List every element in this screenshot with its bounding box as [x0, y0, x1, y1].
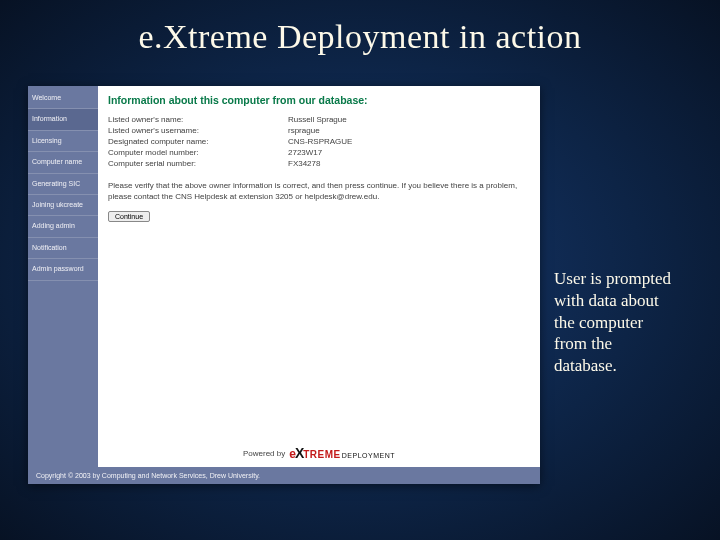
table-row: Listed owner's name: Russell Sprague [108, 114, 530, 125]
sidebar-item-label: Generating SIC [32, 180, 80, 187]
sidebar-item-information[interactable]: Information [28, 109, 98, 130]
sidebar-item-admin-password[interactable]: Admin password [28, 259, 98, 280]
footer: Copyright © 2003 by Computing and Networ… [28, 467, 540, 484]
sidebar-item-notification[interactable]: Notification [28, 238, 98, 259]
sidebar-item-label: Joining ukcreate [32, 201, 83, 208]
verify-text: Please verify that the above owner infor… [108, 181, 518, 203]
sidebar-item-generating-sic[interactable]: Generating SIC [28, 174, 98, 195]
table-row: Computer serial number: FX34278 [108, 158, 530, 169]
sidebar-item-label: Admin password [32, 265, 84, 272]
powered-by-label: Powered by [243, 449, 285, 458]
table-row: Listed owner's username: rsprague [108, 125, 530, 136]
row-label: Listed owner's username: [108, 125, 288, 136]
sidebar: Welcome Information Licensing Computer n… [28, 86, 98, 467]
sidebar-item-label: Welcome [32, 94, 61, 101]
sidebar-item-label: Notification [32, 244, 67, 251]
info-table: Listed owner's name: Russell Sprague Lis… [108, 114, 530, 169]
sidebar-item-label: Adding admin [32, 222, 75, 229]
row-value: rsprague [288, 125, 530, 136]
main-panel: Information about this computer from our… [98, 86, 540, 467]
logo-rest: TREME [303, 449, 341, 460]
sidebar-item-adding-admin[interactable]: Adding admin [28, 216, 98, 237]
row-label: Computer serial number: [108, 158, 288, 169]
row-value: FX34278 [288, 158, 530, 169]
continue-button[interactable]: Continue [108, 211, 150, 222]
main-heading: Information about this computer from our… [108, 94, 530, 106]
copyright-text: Copyright © 2003 by Computing and Networ… [36, 472, 260, 479]
powered-by-row: Powered by eXTREME DEPLOYMENT [108, 441, 530, 463]
row-value: 2723W17 [288, 147, 530, 158]
sidebar-item-welcome[interactable]: Welcome [28, 88, 98, 109]
extreme-deployment-logo: eXTREME DEPLOYMENT [289, 445, 395, 461]
row-label: Listed owner's name: [108, 114, 288, 125]
button-row: Continue [108, 211, 530, 222]
row-value: CNS-RSPRAGUE [288, 136, 530, 147]
table-row: Computer model number: 2723W17 [108, 147, 530, 158]
app-body: Welcome Information Licensing Computer n… [28, 86, 540, 467]
sidebar-item-label: Computer name [32, 158, 82, 165]
table-row: Designated computer name: CNS-RSPRAGUE [108, 136, 530, 147]
row-value: Russell Sprague [288, 114, 530, 125]
sidebar-item-label: Licensing [32, 137, 62, 144]
sidebar-item-joining[interactable]: Joining ukcreate [28, 195, 98, 216]
app-screenshot: Welcome Information Licensing Computer n… [28, 86, 540, 484]
slide-title: e.Xtreme Deployment in action [0, 0, 720, 70]
spacer [108, 222, 530, 441]
logo-sub: DEPLOYMENT [342, 452, 395, 459]
row-label: Designated computer name: [108, 136, 288, 147]
sidebar-item-computer-name[interactable]: Computer name [28, 152, 98, 173]
sidebar-item-label: Information [32, 115, 67, 122]
slide-caption: User is prompted with data about the com… [554, 268, 674, 377]
sidebar-item-licensing[interactable]: Licensing [28, 131, 98, 152]
row-label: Computer model number: [108, 147, 288, 158]
